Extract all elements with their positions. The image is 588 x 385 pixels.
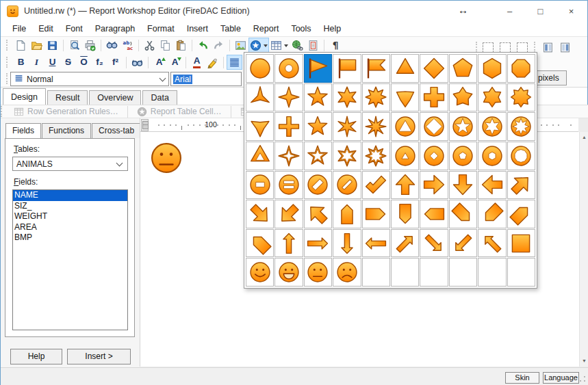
shape-option-pent-arrow-up[interactable] [333,200,361,228]
shape-option-pent-arrow-left[interactable] [420,200,448,228]
shape-option-ring[interactable] [274,54,303,83]
panel-tab-cross-tab[interactable]: Cross-tab [92,123,141,138]
shape-option-diamond[interactable] [420,54,448,83]
shape-option-star6[interactable] [333,83,361,112]
shape-option-arrow-up[interactable] [274,229,303,258]
menu-table[interactable]: Table [214,23,247,35]
shape-option-circle-dot-hexagon[interactable] [478,142,506,170]
panel-tab-functions[interactable]: Functions [42,123,91,138]
fields-listbox[interactable]: NAMESIZ_WEIGHTAREABMP [12,189,128,330]
cut-button[interactable] [142,38,157,53]
table-button[interactable] [269,38,290,53]
shape-option-arrow-left[interactable] [362,229,390,258]
highlight-button[interactable] [205,55,220,70]
menu-tools[interactable]: Tools [285,23,317,35]
shape-option-pent-arrow-se[interactable] [449,200,477,228]
strikethrough-button[interactable]: S [60,55,76,70]
menu-help[interactable]: Help [318,23,348,35]
shape-option-frame-star5[interactable] [304,142,332,170]
undo-button[interactable] [195,38,211,53]
menu-format[interactable]: Format [141,23,181,35]
shape-option-arrow-wide-right[interactable] [420,171,448,200]
shape-option-cross-thin[interactable] [274,112,303,141]
redo-button[interactable] [211,38,227,53]
shrink-font-button[interactable]: A [167,55,183,70]
image-button[interactable] [233,38,248,53]
tab-data[interactable]: Data [142,90,177,105]
font-combo[interactable]: Arial [170,72,242,86]
shape-option-arrow-down[interactable] [333,229,361,258]
shape-option-arrow-nw[interactable] [478,229,506,258]
shape-option-spoke8[interactable] [362,112,390,141]
print-preview-button[interactable] [66,38,82,53]
shape-option-arrow-se[interactable] [420,229,448,258]
shape-option-circle-dot-round[interactable] [507,142,535,170]
shape-option-arrow-ne[interactable] [391,229,419,258]
shape-option-arrow-wide-down[interactable] [449,171,477,200]
tables-combo[interactable]: ANIMALS [12,157,128,171]
report-tool-1[interactable]: Report Table Cell… [131,107,228,117]
maximize-button[interactable]: □ [525,1,556,21]
shape-option-circle-dot-triangle[interactable] [391,142,419,170]
style-combo[interactable]: Normal [10,72,169,86]
language-button[interactable]: Language [543,372,579,384]
field-item-area[interactable]: AREA [13,222,127,233]
columns-a-button[interactable] [541,40,557,55]
border-none-button[interactable] [483,42,494,53]
tab-overview[interactable]: Overview [89,90,141,105]
shape-option-circle-hole-star6[interactable] [478,112,506,141]
panel-tab-fields[interactable]: Fields [5,123,41,138]
overline-button[interactable]: O [76,55,92,70]
find-button[interactable] [104,38,120,53]
shape-option-circle[interactable] [246,54,274,83]
columns-b-button[interactable] [557,40,572,55]
menu-paragraph[interactable]: Paragraph [89,23,141,35]
menu-font[interactable]: Font [60,23,89,35]
italic-button[interactable]: I [29,55,44,70]
paste-button[interactable] [173,38,189,53]
shape-option-circle-hole-star8[interactable] [507,112,535,141]
shape-option-lobe5[interactable] [449,83,477,112]
justify-button[interactable] [227,55,242,70]
shape-option-arrow-right[interactable] [304,229,332,258]
shape-option-frame-star4[interactable] [274,142,303,170]
shape-option-arrow-sw[interactable] [449,229,477,258]
shape-option-frame-triangle[interactable] [246,142,274,170]
tab-result[interactable]: Result [47,90,88,105]
shape-option-pent-arrow-ne[interactable] [507,200,535,228]
menu-insert[interactable]: Insert [181,23,214,35]
shape-option-star5[interactable] [304,83,332,112]
pilcrow-button[interactable]: ¶ [327,38,343,53]
shape-option-arrow-wide-nw[interactable] [304,200,332,228]
shape-option-square[interactable] [507,229,535,258]
shape-option-arrow-wide-sw[interactable] [274,200,303,228]
insert-button[interactable]: Insert > [67,349,131,364]
shape-option-arrow-wide-se[interactable] [246,200,274,228]
shape-option-pent-arrow-down[interactable] [391,200,419,228]
replace-button[interactable]: abac [120,38,136,53]
shape-option-flag-triangle[interactable] [304,54,332,83]
copy-button[interactable] [157,38,173,53]
shape-option-circle-hole-star5[interactable] [449,112,477,141]
shape-option-circle-hole-slash[interactable] [304,171,332,200]
link-button[interactable] [290,38,305,53]
shape-option-circle-hole-rect[interactable] [246,171,274,200]
shape-option-star4[interactable] [274,83,303,112]
shape-option-arrow-wide-ne[interactable] [507,171,535,200]
shape-option-octagon[interactable] [507,54,535,83]
help-button[interactable]: Help [10,349,62,364]
shape-option-burst5[interactable] [304,112,332,141]
shape-option-lobe8[interactable] [507,83,535,112]
shape-option-arrow-wide-left[interactable] [478,171,506,200]
resize-grip[interactable] [579,375,586,382]
shape-option-triangle[interactable] [391,54,419,83]
folder-open-button[interactable] [29,38,44,53]
field-item-weight[interactable]: WEIGHT [13,211,127,222]
border-inner-button[interactable] [500,42,511,53]
scroll-down-button[interactable]: ▼ [580,356,588,367]
superscript-button[interactable]: f² [107,55,123,70]
shape-option-circle-hole-diamond[interactable] [420,112,448,141]
shape-option-check[interactable] [362,171,390,200]
shape-option-spoke6[interactable] [333,112,361,141]
field-item-siz_[interactable]: SIZ_ [13,201,127,212]
